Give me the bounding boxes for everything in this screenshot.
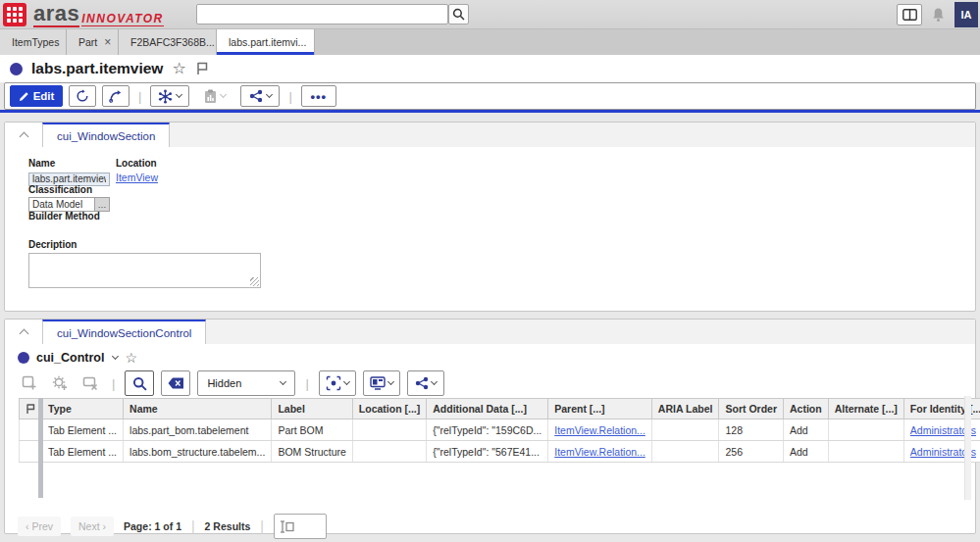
edit-button[interactable]: Edit <box>10 85 63 107</box>
cell-action[interactable]: Add <box>783 419 828 441</box>
side-panel-toggle-button[interactable] <box>897 4 922 25</box>
window-section-control-panel: cui_WindowSectionControl cui_Control ☆ <box>4 319 976 534</box>
cell-action[interactable]: Add <box>783 441 828 463</box>
cell-label[interactable]: Part BOM <box>272 419 352 441</box>
cell-type[interactable]: Tab Element ... <box>42 419 124 441</box>
grid-vertical-scrollbar[interactable] <box>964 396 971 500</box>
parent-link[interactable]: ItemView.Relation... <box>554 424 645 436</box>
cell-parent[interactable]: ItemView.Relation... <box>548 441 652 463</box>
tab-close-icon[interactable]: × <box>104 35 111 49</box>
column-header[interactable]: Location [...] <box>352 399 426 419</box>
user-avatar[interactable]: IA <box>954 2 978 27</box>
pager-separator: | <box>260 518 264 534</box>
item-toolbar: Edit | <box>4 82 976 110</box>
cell-location[interactable] <box>352 419 426 441</box>
cell-name[interactable]: labs.bom_structure.tabelem... <box>124 441 272 463</box>
column-header[interactable]: ARIA Label <box>651 399 719 419</box>
description-textarea[interactable] <box>28 253 261 288</box>
cell-sort-order[interactable]: 256 <box>719 441 784 463</box>
toolbar-separator: | <box>135 89 144 104</box>
tab-labs-part-itemview[interactable]: labs.part.itemvi... × <box>217 29 315 55</box>
collapse-button[interactable] <box>5 320 42 344</box>
hub-icon <box>158 89 173 104</box>
view-layout-button[interactable] <box>363 370 400 396</box>
grid-toolbar: | Hidden | <box>18 370 444 396</box>
cell-label[interactable]: BOM Structure <box>272 441 352 463</box>
cell-alternate[interactable] <box>828 419 903 441</box>
chevron-down-icon <box>343 378 350 385</box>
table-row[interactable]: Tab Element ... labs.part_bom.tabelement… <box>20 419 980 441</box>
structure-browser-button[interactable] <box>150 85 189 107</box>
tab-item-id[interactable]: F2BAFC3F368B... × <box>119 29 217 55</box>
ellipsis-icon: … <box>98 200 107 210</box>
column-header[interactable]: Name <box>124 399 272 419</box>
control-header-row: cui_Control ☆ <box>18 351 137 365</box>
tab-itemtypes[interactable]: ItemTypes × <box>0 29 67 55</box>
toolbar-separator: | <box>285 89 294 104</box>
tab-cui-windowsection[interactable]: cui_WindowSection <box>42 123 170 147</box>
notifications-bell-icon[interactable] <box>931 7 946 23</box>
cell-aria-label[interactable] <box>651 441 719 463</box>
select-mode-button[interactable] <box>319 370 356 396</box>
cell-type[interactable]: Tab Element ... <box>42 441 124 463</box>
promote-button[interactable] <box>102 85 129 107</box>
column-header[interactable]: Label <box>272 399 352 419</box>
parent-link[interactable]: ItemView.Relation... <box>554 446 645 458</box>
share-icon <box>249 89 263 103</box>
favorite-star-icon[interactable]: ☆ <box>172 61 185 76</box>
pencil-icon <box>19 91 29 102</box>
location-link[interactable]: ItemView <box>116 172 158 183</box>
column-header[interactable]: Sort Order <box>719 399 784 419</box>
resize-grip[interactable] <box>250 277 259 286</box>
collapse-button[interactable] <box>5 123 42 147</box>
tab-label: F2BAFC3F368B... <box>130 36 215 48</box>
visibility-filter-select[interactable]: Hidden <box>197 370 295 396</box>
column-header[interactable]: Type <box>42 399 124 419</box>
brand-subtext: INNOVATOR <box>81 12 164 26</box>
cell-sort-order[interactable]: 128 <box>719 419 784 441</box>
prev-page-button[interactable]: ‹ Prev <box>18 517 61 536</box>
cell-name[interactable]: labs.part_bom.tabelement <box>124 419 272 441</box>
global-search-button[interactable] <box>448 4 469 25</box>
panel-header: cui_WindowSectionControl <box>5 320 975 344</box>
share-button[interactable] <box>240 85 280 107</box>
frozen-column-splitter[interactable] <box>38 398 43 498</box>
column-header[interactable]: Alternate [...] <box>828 399 903 419</box>
classification-input[interactable] <box>28 197 95 212</box>
flag-icon[interactable] <box>195 62 210 75</box>
tab-part[interactable]: Part × <box>67 29 119 55</box>
grid-header-row: Type Name Label Location [...] Additiona… <box>20 399 980 419</box>
page-size-input[interactable] <box>274 514 327 539</box>
location-field-group: Location ItemView <box>116 158 158 183</box>
more-actions-button[interactable]: ••• <box>301 85 336 107</box>
cell-additional-data[interactable]: {"relTypeId": "159C6D... <box>427 419 548 441</box>
global-search-input[interactable] <box>196 4 448 25</box>
clear-search-button[interactable] <box>161 370 190 396</box>
chevron-down-icon <box>387 378 394 385</box>
cell-parent[interactable]: ItemView.Relation... <box>548 419 652 441</box>
cell-location[interactable] <box>352 441 426 463</box>
gear-plus-icon <box>52 375 68 391</box>
grid-share-button[interactable] <box>407 370 444 396</box>
classification-browse-button[interactable]: … <box>95 197 110 212</box>
column-header[interactable]: Action <box>783 399 828 419</box>
app-launcher-icon[interactable] <box>3 3 26 26</box>
table-row[interactable]: Tab Element ... labs.bom_structure.tabel… <box>20 441 980 463</box>
cell-aria-label[interactable] <box>651 419 719 441</box>
cell-additional-data[interactable]: {"relTypeId": "567E41... <box>427 441 548 463</box>
refresh-button[interactable] <box>69 85 96 107</box>
column-header[interactable]: Parent [...] <box>548 399 652 419</box>
grid-search-button[interactable] <box>125 370 154 396</box>
tab-close-icon[interactable]: × <box>313 35 315 49</box>
cell-alternate[interactable] <box>828 441 903 463</box>
refresh-icon <box>76 89 89 103</box>
chevron-down-icon[interactable] <box>112 353 119 360</box>
next-page-button[interactable]: Next › <box>71 517 114 536</box>
tab-cui-windowsectioncontrol[interactable]: cui_WindowSectionControl <box>42 320 206 344</box>
favorite-star-icon[interactable]: ☆ <box>125 351 137 365</box>
pager-separator: | <box>191 518 195 534</box>
remove-item-icon <box>82 376 98 390</box>
window-section-panel: cui_WindowSection Name Location ItemView… <box>4 122 976 312</box>
tab-label: ItemTypes <box>12 36 59 48</box>
column-header[interactable]: Additional Data [...] <box>427 399 548 419</box>
